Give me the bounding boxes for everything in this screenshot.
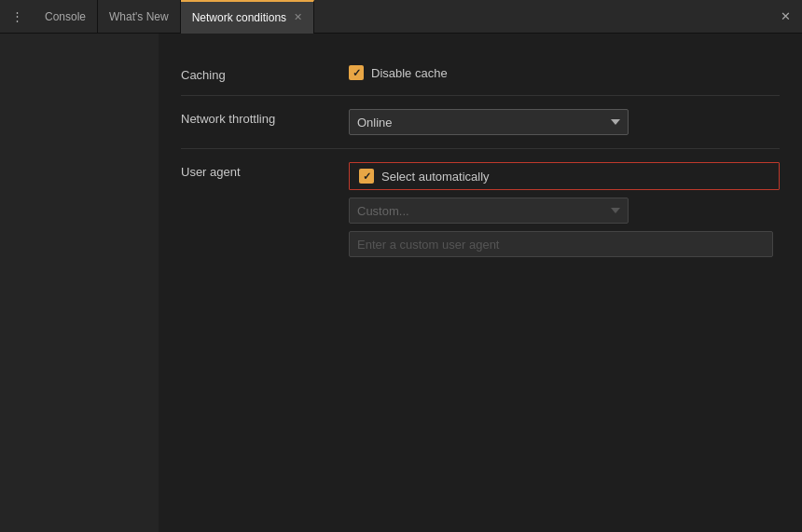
main-content: Caching ✓ Disable cache Network throttli…	[0, 34, 802, 532]
select-automatically-checkmark: ✓	[363, 171, 371, 183]
more-tabs-button[interactable]: ⋮	[0, 0, 34, 34]
tab-whats-new[interactable]: What's New	[98, 0, 181, 34]
disable-cache-row: ✓ Disable cache	[349, 65, 780, 80]
network-throttling-control: Online Fast 3G Slow 3G Offline Add...	[349, 109, 780, 135]
caching-control: ✓ Disable cache	[349, 65, 780, 80]
tab-console-label: Console	[45, 10, 86, 23]
caching-row: Caching ✓ Disable cache	[181, 52, 780, 96]
more-tabs-icon: ⋮	[11, 9, 23, 23]
tab-whats-new-label: What's New	[109, 10, 169, 23]
custom-user-agent-select[interactable]: Custom...	[349, 198, 629, 224]
custom-select-row: Custom...	[349, 198, 780, 224]
user-agent-row: User agent ✓ Select automatically Custom…	[181, 149, 780, 270]
disable-cache-label: Disable cache	[371, 66, 448, 80]
network-throttling-row: Network throttling Online Fast 3G Slow 3…	[181, 96, 780, 149]
select-automatically-label: Select automatically	[381, 170, 490, 184]
select-automatically-wrapper: ✓ Select automatically	[349, 162, 780, 190]
disable-cache-checkmark: ✓	[353, 67, 361, 79]
caching-label: Caching	[181, 65, 349, 82]
tab-console[interactable]: Console	[34, 0, 98, 34]
tab-close-icon[interactable]: ✕	[294, 12, 302, 22]
sidebar	[0, 34, 159, 532]
tab-bar: ⋮ Console What's New Network conditions …	[0, 0, 802, 34]
tab-network-conditions-label: Network conditions	[192, 11, 286, 24]
tab-network-conditions[interactable]: Network conditions ✕	[181, 0, 314, 34]
user-agent-label: User agent	[181, 162, 349, 179]
close-devtools-icon: ✕	[781, 9, 791, 23]
panel: Caching ✓ Disable cache Network throttli…	[159, 34, 802, 532]
custom-user-agent-input[interactable]	[349, 231, 773, 257]
select-automatically-checkbox[interactable]: ✓	[359, 169, 374, 184]
close-devtools-button[interactable]: ✕	[768, 0, 802, 34]
network-throttling-select[interactable]: Online Fast 3G Slow 3G Offline Add...	[349, 109, 629, 135]
user-agent-control: ✓ Select automatically Custom...	[349, 162, 780, 257]
disable-cache-checkbox[interactable]: ✓	[349, 65, 364, 80]
network-throttling-label: Network throttling	[181, 109, 349, 126]
